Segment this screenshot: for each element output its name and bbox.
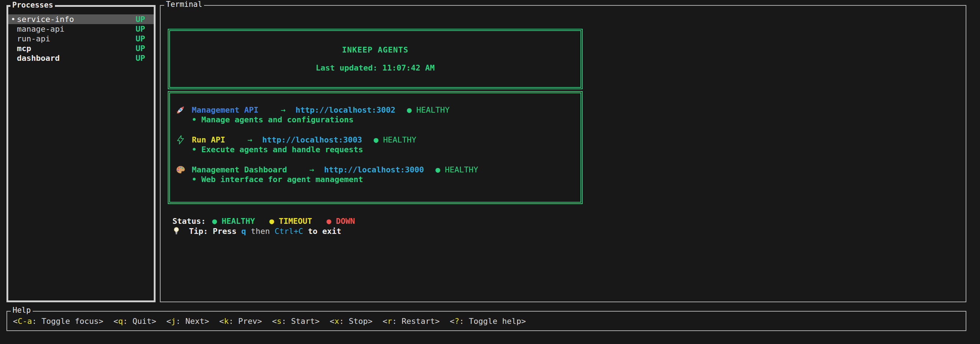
help-label: : Prev> <box>229 317 262 326</box>
timeout-dot-icon: ● <box>269 217 274 226</box>
help-label: : Next> <box>176 317 209 326</box>
health-dot-icon: ● <box>374 135 378 144</box>
selected-bullet-icon <box>11 44 17 53</box>
help-item-restart: <r: Restart> <box>383 317 440 326</box>
help-key: ? <box>455 317 459 326</box>
selected-bullet-icon <box>11 24 17 34</box>
process-status-badge: UP <box>136 15 145 24</box>
service-description: • Manage agents and configurations <box>176 115 582 125</box>
help-panel: Help <C-a: Toggle focus> <q: Quit> <j: N… <box>6 311 966 331</box>
help-label: : Toggle focus> <box>32 317 103 326</box>
process-status-badge: UP <box>136 54 145 62</box>
bracket: < <box>113 317 118 326</box>
legend-item-down: ● DOWN <box>326 217 355 226</box>
service-health-status: HEALTHY <box>445 165 479 174</box>
tip-key-ctrl-c: Ctrl+C <box>274 227 303 236</box>
service-line: Run API → http://localhost:3003 ● HEALTH… <box>176 134 582 145</box>
help-item-quit: <q: Quit> <box>113 317 156 326</box>
status-legend-label: Status: <box>172 217 206 226</box>
bracket: < <box>450 317 455 326</box>
service-url-link[interactable]: http://localhost:3003 <box>262 135 362 144</box>
help-item-stop: <x: Stop> <box>330 317 372 326</box>
service-management-api: Management API → http://localhost:3002 ●… <box>176 105 582 125</box>
bracket: < <box>166 317 171 326</box>
palette-icon <box>176 165 186 174</box>
process-name: service-info <box>17 15 74 24</box>
down-dot-icon: ● <box>326 217 331 226</box>
status-legend: Status: ● HEALTHY ● TIMEOUT ● DOWN <box>172 216 369 226</box>
process-name: dashboard <box>17 54 60 62</box>
help-item-next: <j: Next> <box>166 317 209 326</box>
process-name: run-api <box>17 34 50 43</box>
process-row-run-api[interactable]: run-api UP <box>8 34 154 43</box>
legend-text: TIMEOUT <box>279 217 312 226</box>
selected-bullet-icon <box>11 54 17 62</box>
service-line: Management Dashboard → http://localhost:… <box>176 165 582 174</box>
help-row: <C-a: Toggle focus> <q: Quit> <j: Next> … <box>7 312 966 330</box>
bracket: < <box>219 317 224 326</box>
process-row-service-info[interactable]: • service-info UP <box>8 14 154 24</box>
service-run-api: Run API → http://localhost:3003 ● HEALTH… <box>176 134 582 155</box>
help-item-toggle-focus: <C-a: Toggle focus> <box>13 317 103 326</box>
terminal-panel: Terminal INKEEP AGENTS Last updated: 11:… <box>160 5 966 302</box>
healthy-dot-icon: ● <box>212 217 217 226</box>
bracket: < <box>13 317 18 326</box>
help-key: j <box>171 317 176 326</box>
health-dot-icon: ● <box>407 106 412 114</box>
service-url-link[interactable]: http://localhost:3000 <box>324 165 424 174</box>
help-item-prev: <k: Prev> <box>219 317 262 326</box>
process-name: manage-api <box>17 24 64 34</box>
help-key: x <box>334 317 339 326</box>
help-key: r <box>387 317 392 326</box>
process-row-dashboard[interactable]: dashboard UP <box>8 53 154 63</box>
last-updated-text: Last updated: 11:07:42 AM <box>169 63 582 72</box>
bracket: < <box>383 317 387 326</box>
service-health-status: HEALTHY <box>416 106 450 114</box>
process-row-manage-api[interactable]: manage-api UP <box>8 24 154 34</box>
help-label: : Restart> <box>392 317 440 326</box>
help-key: s <box>277 317 282 326</box>
process-list: • service-info UP manage-api UP run-api … <box>8 7 154 63</box>
arrow-right-icon: → <box>248 135 252 144</box>
app-root: { "colors": { "green": "#2bd07c", "yello… <box>0 0 980 344</box>
zap-icon <box>176 134 186 145</box>
processes-panel-title: Processes <box>10 1 55 10</box>
selected-bullet-icon: • <box>11 15 17 24</box>
tip-suffix: to exit <box>303 227 341 236</box>
process-status-badge: UP <box>136 44 145 53</box>
process-status-badge: UP <box>136 24 145 34</box>
service-description: • Execute agents and handle requests <box>176 145 582 155</box>
process-name: mcp <box>17 44 31 53</box>
health-dot-icon: ● <box>435 165 440 174</box>
service-description: • Web interface for agent management <box>176 174 582 185</box>
arrow-right-icon: → <box>309 165 314 174</box>
bracket: < <box>330 317 334 326</box>
bulb-icon <box>172 226 182 236</box>
tip-prefix: Tip: Press <box>189 227 242 236</box>
help-label: : Quit> <box>123 317 156 326</box>
legend-text: DOWN <box>336 217 355 226</box>
help-label: : Toggle help> <box>459 317 525 326</box>
help-key: C-a <box>18 317 32 326</box>
legend-text: HEALTHY <box>222 217 255 226</box>
process-status-badge: UP <box>136 34 145 43</box>
selected-bullet-icon <box>11 34 17 43</box>
service-line: Management API → http://localhost:3002 ●… <box>176 105 582 115</box>
help-key: q <box>118 317 123 326</box>
service-management-dashboard: Management Dashboard → http://localhost:… <box>176 165 582 185</box>
header-box: INKEEP AGENTS Last updated: 11:07:42 AM <box>168 29 583 89</box>
process-row-mcp[interactable]: mcp UP <box>8 43 154 53</box>
legend-item-healthy: ● HEALTHY <box>212 217 255 226</box>
legend-item-timeout: ● TIMEOUT <box>269 217 312 226</box>
processes-panel: Processes • service-info UP manage-api U… <box>6 5 156 302</box>
help-label: : Stop> <box>339 317 372 326</box>
service-label: Run API <box>192 135 225 144</box>
help-label: : Start> <box>282 317 320 326</box>
service-url-link[interactable]: http://localhost:3002 <box>296 106 396 114</box>
help-item-toggle-help: <?: Toggle help> <box>450 317 526 326</box>
bracket: < <box>272 317 277 326</box>
service-label: Management API <box>192 106 258 114</box>
terminal-panel-title: Terminal <box>164 0 204 9</box>
tip-line: Tip: Press q then Ctrl+C to exit <box>172 226 341 236</box>
help-key: k <box>224 317 229 326</box>
